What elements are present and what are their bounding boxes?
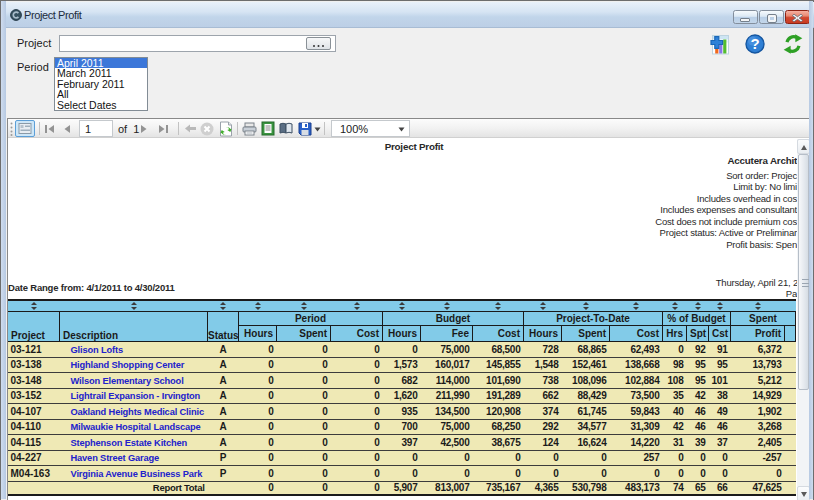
svg-text:?: ?	[750, 35, 759, 52]
